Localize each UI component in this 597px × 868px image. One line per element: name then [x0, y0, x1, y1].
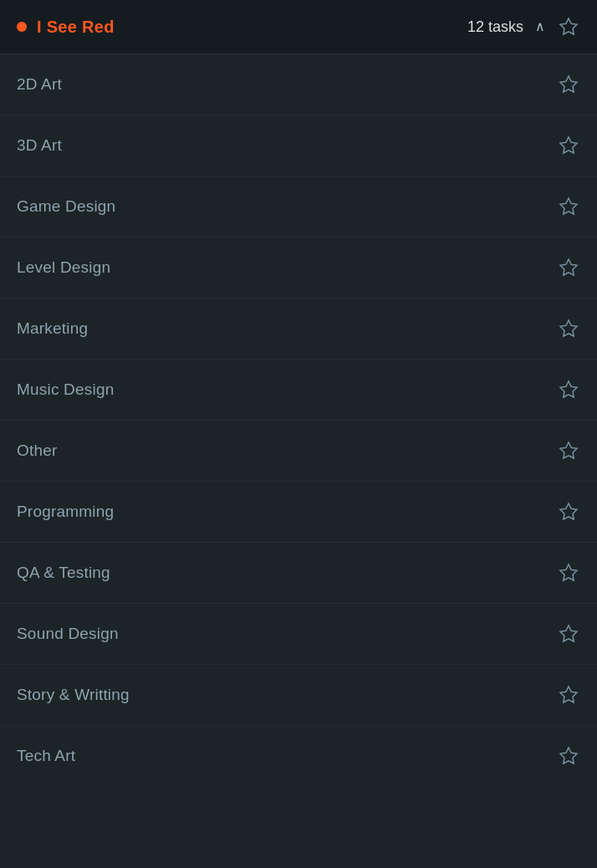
svg-marker-11: [560, 687, 577, 702]
star-button-sound-design[interactable]: [557, 622, 580, 646]
list-item-game-design[interactable]: Game Design: [0, 176, 597, 237]
header-left: I See Red: [17, 18, 115, 37]
svg-marker-0: [560, 18, 577, 34]
svg-marker-6: [560, 381, 577, 397]
star-button-marketing[interactable]: [557, 317, 580, 340]
svg-marker-8: [560, 503, 577, 519]
item-label-music-design: Music Design: [17, 380, 114, 399]
svg-marker-4: [560, 259, 577, 275]
item-label-2d-art: 2D Art: [17, 75, 62, 94]
star-button-game-design[interactable]: [557, 195, 580, 218]
svg-marker-5: [560, 320, 577, 336]
star-button-qa-testing[interactable]: [557, 561, 580, 585]
status-dot: [17, 22, 27, 32]
svg-marker-3: [560, 198, 577, 214]
svg-marker-2: [560, 137, 577, 153]
list-item-qa-testing[interactable]: QA & Testing: [0, 543, 597, 604]
list-item-marketing[interactable]: Marketing: [0, 299, 597, 360]
item-label-tech-art: Tech Art: [17, 747, 75, 765]
list-item-programming[interactable]: Programming: [0, 482, 597, 543]
list-item-tech-art[interactable]: Tech Art: [0, 726, 597, 786]
item-label-level-design: Level Design: [17, 258, 110, 277]
star-button-2d-art[interactable]: [557, 73, 580, 96]
star-button-other[interactable]: [557, 439, 580, 462]
item-label-programming: Programming: [17, 503, 114, 521]
star-button-level-design[interactable]: [557, 256, 580, 279]
category-list: 2D Art3D ArtGame DesignLevel DesignMarke…: [0, 54, 597, 786]
item-label-other: Other: [17, 442, 58, 460]
list-item-story-writting[interactable]: Story & Writting: [0, 665, 597, 726]
list-item-2d-art[interactable]: 2D Art: [0, 54, 597, 115]
favorite-button[interactable]: [557, 15, 580, 38]
svg-marker-9: [560, 564, 577, 580]
list-item-sound-design[interactable]: Sound Design: [0, 604, 597, 665]
item-label-marketing: Marketing: [17, 319, 88, 338]
svg-marker-7: [560, 442, 577, 458]
list-item-other[interactable]: Other: [0, 421, 597, 482]
svg-marker-12: [560, 748, 577, 763]
star-button-programming[interactable]: [557, 500, 580, 523]
star-button-3d-art[interactable]: [557, 134, 580, 157]
item-label-story-writting: Story & Writting: [17, 686, 130, 704]
item-label-game-design: Game Design: [17, 197, 115, 216]
star-button-tech-art[interactable]: [557, 744, 580, 768]
svg-marker-10: [560, 625, 577, 641]
star-button-music-design[interactable]: [557, 378, 580, 401]
list-item-level-design[interactable]: Level Design: [0, 237, 597, 299]
svg-marker-1: [560, 76, 577, 92]
collapse-icon[interactable]: ∧: [535, 20, 545, 33]
item-label-3d-art: 3D Art: [17, 136, 62, 155]
header: I See Red 12 tasks ∧: [0, 0, 597, 54]
list-item-music-design[interactable]: Music Design: [0, 360, 597, 421]
header-right: 12 tasks ∧: [467, 15, 580, 38]
item-label-qa-testing: QA & Testing: [17, 564, 110, 582]
tasks-count: 12 tasks: [467, 18, 523, 36]
list-item-3d-art[interactable]: 3D Art: [0, 115, 597, 176]
page-title: I See Red: [37, 18, 115, 37]
item-label-sound-design: Sound Design: [17, 625, 119, 643]
star-button-story-writting[interactable]: [557, 683, 580, 707]
